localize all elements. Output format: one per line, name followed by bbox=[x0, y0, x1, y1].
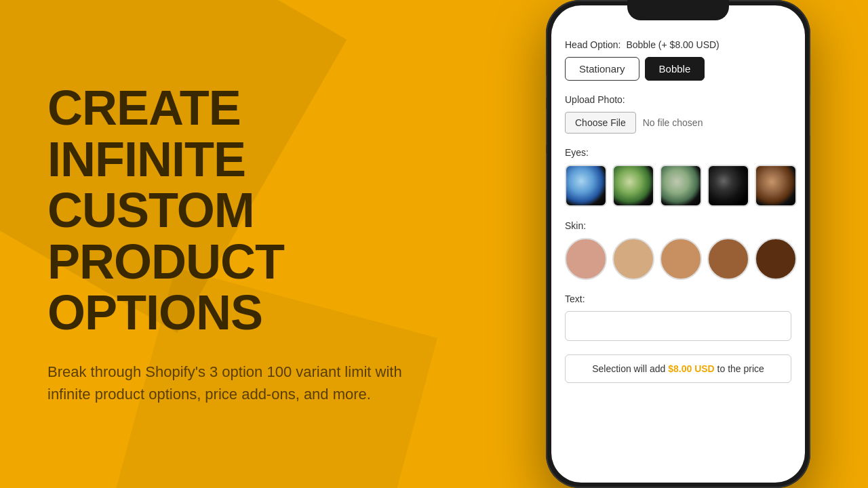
skin-swatch-3[interactable] bbox=[660, 238, 702, 280]
right-panel: Head Option: Bobble (+ $8.00 USD) Statio… bbox=[488, 0, 868, 488]
bobble-button[interactable]: Bobble bbox=[645, 57, 705, 81]
skin-swatch-5[interactable] bbox=[755, 238, 797, 280]
phone-btn-left1 bbox=[546, 75, 547, 98]
phone-btn-right bbox=[810, 95, 810, 136]
eye-swatch-1[interactable] bbox=[565, 165, 607, 207]
skin-label: Skin: bbox=[565, 220, 791, 231]
head-option-label-text: Head Option: bbox=[565, 39, 621, 50]
head-option-label: Head Option: Bobble (+ $8.00 USD) bbox=[565, 39, 791, 50]
phone-btn-left2 bbox=[546, 108, 547, 146]
text-label: Text: bbox=[565, 293, 791, 304]
eyes-label: Eyes: bbox=[565, 147, 791, 158]
phone-notch bbox=[627, 0, 729, 20]
phone-btn-left3 bbox=[546, 152, 547, 190]
price-notice: Selection will add $8.00 USD to the pric… bbox=[565, 354, 791, 383]
phone-screen: Head Option: Bobble (+ $8.00 USD) Statio… bbox=[551, 5, 805, 483]
eye-swatch-5[interactable] bbox=[755, 165, 797, 207]
upload-label: Upload Photo: bbox=[565, 94, 791, 105]
skin-swatch-4[interactable] bbox=[707, 238, 749, 280]
price-notice-text: Selection will add bbox=[592, 363, 665, 374]
headline-line3: PRODUCT OPTIONS bbox=[47, 237, 441, 339]
skin-swatch-1[interactable] bbox=[565, 238, 607, 280]
eye-swatch-3[interactable] bbox=[660, 165, 702, 207]
text-input[interactable] bbox=[565, 311, 791, 341]
phone-frame: Head Option: Bobble (+ $8.00 USD) Statio… bbox=[546, 0, 810, 488]
choose-file-button[interactable]: Choose File bbox=[565, 112, 636, 134]
head-option-btn-group: Stationary Bobble bbox=[565, 57, 791, 81]
upload-row: Choose File No file chosen bbox=[565, 112, 791, 134]
eye-swatch-2[interactable] bbox=[612, 165, 654, 207]
price-notice-suffix: to the price bbox=[717, 363, 764, 374]
eye-swatch-4[interactable] bbox=[707, 165, 749, 207]
left-panel: CREATE INFINITE CUSTOM PRODUCT OPTIONS B… bbox=[0, 0, 488, 488]
screen-content: Head Option: Bobble (+ $8.00 USD) Statio… bbox=[565, 33, 791, 383]
skin-swatch-2[interactable] bbox=[612, 238, 654, 280]
stationary-button[interactable]: Stationary bbox=[565, 57, 639, 81]
no-file-text: No file chosen bbox=[643, 117, 703, 128]
headline-line2: INFINITE CUSTOM bbox=[47, 134, 441, 237]
main-headline: CREATE INFINITE CUSTOM PRODUCT OPTIONS bbox=[47, 83, 441, 339]
price-notice-price: $8.00 USD bbox=[668, 363, 714, 374]
eyes-swatches bbox=[565, 165, 791, 207]
head-option-value: Bobble (+ $8.00 USD) bbox=[626, 39, 719, 50]
subtext: Break through Shopify's 3 option 100 var… bbox=[47, 361, 441, 405]
headline-line1: CREATE bbox=[47, 83, 441, 134]
skin-swatches bbox=[565, 238, 791, 280]
